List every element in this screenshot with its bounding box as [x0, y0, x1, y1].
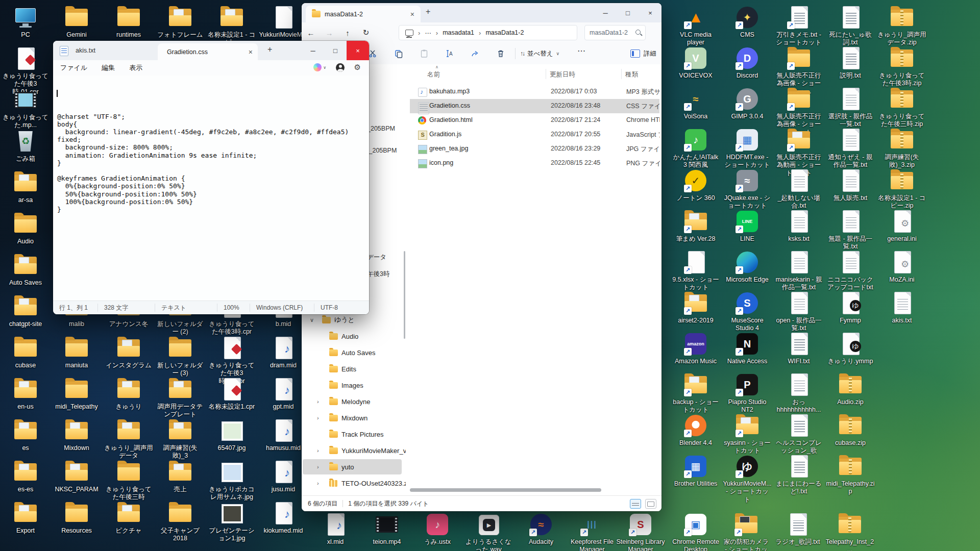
- native-access-desktop-icon[interactable]: N↗Native Access: [723, 332, 772, 365]
- desktop-icon[interactable]: ↗9.5.xlsx - ショートカット: [671, 250, 720, 292]
- breadcrumb-overflow[interactable]: ⋯: [425, 29, 431, 37]
- forward-button[interactable]: →: [320, 29, 338, 37]
- amazon-music-desktop-icon[interactable]: amazon↗Amazon Music: [671, 332, 720, 365]
- tab-gradietion-active[interactable]: Gradietion.css ×: [158, 43, 258, 60]
- file-row[interactable]: Gradition.js2022/08/17 20:55JavaScript フ…: [410, 128, 659, 142]
- piapro-studio-desktop-icon[interactable]: P↗Piapro Studio NT2: [723, 372, 772, 414]
- desktop-icon[interactable]: 調声練習(失敗)_3.zip: [877, 128, 926, 169]
- desktop-icon[interactable]: ↗airset2-2019: [671, 291, 720, 324]
- desktop-icon[interactable]: akis.txt: [877, 291, 926, 324]
- occluded-tree-item-fragment[interactable]: t_205BPM: [367, 147, 397, 154]
- chevron-down-icon[interactable]: ∨: [310, 317, 314, 323]
- desktop-icon[interactable]: インスタグラム: [104, 336, 153, 369]
- menu-file[interactable]: ファイル: [53, 63, 94, 72]
- aitalk-desktop-icon[interactable]: ♪↗かんたん!AITalk 3 関西風: [671, 128, 720, 169]
- desktop-icon[interactable]: ♪dram.mid: [259, 336, 308, 369]
- search-input[interactable]: masaData1-2: [584, 25, 646, 40]
- desktop-icon[interactable]: ⚙MoZA.ini: [877, 250, 926, 284]
- line-desktop-icon[interactable]: LINE↗LINE: [723, 209, 772, 243]
- tree-item-edits[interactable]: Edits: [303, 361, 402, 377]
- ustx-app-desktop-icon[interactable]: ♪うみ.ustx: [413, 512, 462, 546]
- zoom-level[interactable]: 100%: [217, 304, 250, 312]
- column-type[interactable]: 種類: [625, 70, 638, 79]
- jquake-desktop-icon[interactable]: ≈↗JQuake.exe - ショートカット: [723, 168, 772, 210]
- column-modified[interactable]: 更新日時: [550, 70, 575, 79]
- account-button[interactable]: [336, 63, 345, 72]
- tree-item-track-pictures[interactable]: Track Pictures: [303, 427, 402, 442]
- desktop-icon[interactable]: ▶よりうるさくなった.wav: [464, 512, 513, 551]
- microsoft-edge-desktop-icon[interactable]: ↗Microsoft Edge: [723, 250, 772, 284]
- chrome-remote-desktop-desktop-icon[interactable]: ▣↗Chrome Remote Desktop: [671, 512, 720, 551]
- explorer-tab[interactable]: masaData1-2 ×: [306, 6, 421, 22]
- file-row[interactable]: Gradietion.html2022/08/17 21:24Chrome HT…: [410, 113, 659, 128]
- desktop-icon[interactable]: _起動しない場合.txt: [774, 168, 823, 210]
- more-options-button[interactable]: ⋯: [577, 46, 586, 56]
- desktop-icon[interactable]: ゆFymmp: [826, 291, 875, 324]
- desktop-icon[interactable]: まにまにわーるど!.txt: [774, 454, 823, 496]
- chevron-right-icon[interactable]: ›: [317, 464, 319, 470]
- minimize-button[interactable]: ─: [594, 3, 617, 22]
- brother-utilities-desktop-icon[interactable]: ▦↗Brother Utilities: [671, 454, 720, 488]
- vlc-desktop-icon[interactable]: ▲↗VLC media player: [671, 5, 720, 47]
- back-button[interactable]: ←: [302, 29, 320, 37]
- copilot-button[interactable]: ∨: [313, 63, 326, 71]
- thumbnail-view-toggle[interactable]: [645, 499, 656, 509]
- desktop-icon[interactable]: ♪jusu.mid: [259, 460, 308, 493]
- desktop-icon[interactable]: Export: [1, 501, 50, 535]
- desktop-icon[interactable]: maniuta: [52, 336, 101, 369]
- chevron-right-icon[interactable]: ›: [317, 415, 319, 421]
- desktop-icon[interactable]: Audio: [1, 212, 50, 245]
- pc-desktop-icon[interactable]: PC: [1, 5, 50, 39]
- desktop-icon[interactable]: es-es: [1, 460, 50, 493]
- desktop-icon[interactable]: ↗syasinn - ショートカット: [723, 413, 772, 455]
- gimp-desktop-icon[interactable]: G↗GIMP 3.0.4: [723, 87, 772, 120]
- desktop-icon[interactable]: Gemini: [52, 5, 101, 39]
- desktop-icon[interactable]: きゅうり_調声用データ: [104, 418, 153, 460]
- desktop-icon[interactable]: 説明.txt: [826, 46, 875, 80]
- desktop-icon[interactable]: 選択肢 - 親作品一覧.txt: [826, 87, 875, 129]
- desktop-icon[interactable]: ↗筆まめ Ver.28: [671, 209, 720, 243]
- list-view-toggle[interactable]: [630, 499, 641, 509]
- column-divider[interactable]: [546, 69, 546, 79]
- file-row[interactable]: bakuhatu.mp32022/08/17 0:03MP3 形式サウ: [410, 85, 659, 99]
- voicevox-desktop-icon[interactable]: V↗VOICEVOX: [671, 46, 720, 80]
- occluded-tree-item-fragment[interactable]: _205BPM: [367, 125, 395, 132]
- breadcrumb-item[interactable]: masaData1-2: [485, 29, 524, 36]
- column-name[interactable]: 名前: [427, 70, 440, 79]
- desktop-icon[interactable]: Auto Saves: [1, 253, 50, 287]
- close-button[interactable]: ×: [639, 3, 662, 22]
- tree-item-audio[interactable]: Audio: [303, 329, 402, 344]
- desktop-icon[interactable]: ksks.txt: [774, 209, 823, 243]
- desktop-icon[interactable]: chatgpt-site: [1, 294, 50, 328]
- desktop-icon[interactable]: 父子キャンプ2018: [156, 501, 205, 543]
- desktop-icon[interactable]: きゅうりポカコレ用サムネ.jpg: [207, 460, 256, 502]
- file-row[interactable]: Gradietion.css2022/08/16 23:48CSS ファイル: [410, 99, 659, 113]
- yukkuri-movie-maker-desktop-icon[interactable]: ゆ↗YukkuriMovieM... - ショートカット: [723, 454, 772, 504]
- desktop-icon[interactable]: おっhhhhhhhhhhh...: [774, 372, 823, 414]
- chevron-right-icon[interactable]: ›: [317, 447, 319, 454]
- new-tab-button[interactable]: +: [267, 45, 272, 54]
- desktop-icon[interactable]: ♪xl.mid: [311, 512, 360, 546]
- desktop-icon[interactable]: 無人販売.txt: [826, 168, 875, 202]
- desktop-icon[interactable]: ar-sa: [1, 170, 50, 204]
- desktop-icon[interactable]: ↗万引きメモ.txt - ショートカット: [774, 5, 823, 47]
- desktop-icon[interactable]: Mixdown: [52, 418, 101, 452]
- desktop-icon[interactable]: Audio.zip: [826, 372, 875, 406]
- file-row[interactable]: icon.png2022/08/15 22:45PNG ファイル: [410, 156, 659, 170]
- desktop-icon[interactable]: ⚙general.ini: [877, 209, 926, 243]
- desktop-icon[interactable]: ↗家の防犯カメラ - ショートカット: [722, 512, 771, 551]
- chevron-right-icon[interactable]: ›: [317, 480, 319, 486]
- tab-close-icon[interactable]: ×: [249, 48, 253, 56]
- desktop-icon[interactable]: きゅうり食ってた午後三時: [104, 460, 153, 502]
- maximize-button[interactable]: □: [617, 3, 639, 22]
- tree-item-yukkurimoviemaker-v4[interactable]: ›YukkuriMovieMaker_v4: [303, 443, 402, 458]
- desktop-icon[interactable]: ピクチャ: [104, 501, 153, 535]
- desktop-icon[interactable]: フォトフレーム: [156, 5, 205, 39]
- view-details-button[interactable]: 詳細: [630, 47, 656, 60]
- desktop-icon[interactable]: ♪kiokumed.mid: [259, 501, 308, 535]
- close-button[interactable]: ×: [347, 41, 369, 60]
- keepforest-file-manager-desktop-icon[interactable]: |||↗Keepforest File Manager: [568, 512, 617, 551]
- sort-button[interactable]: ↑↓ 並べ替え ∨: [520, 47, 559, 60]
- copy-button[interactable]: [388, 47, 409, 60]
- desktop-icon[interactable]: cubase.zip: [826, 413, 875, 447]
